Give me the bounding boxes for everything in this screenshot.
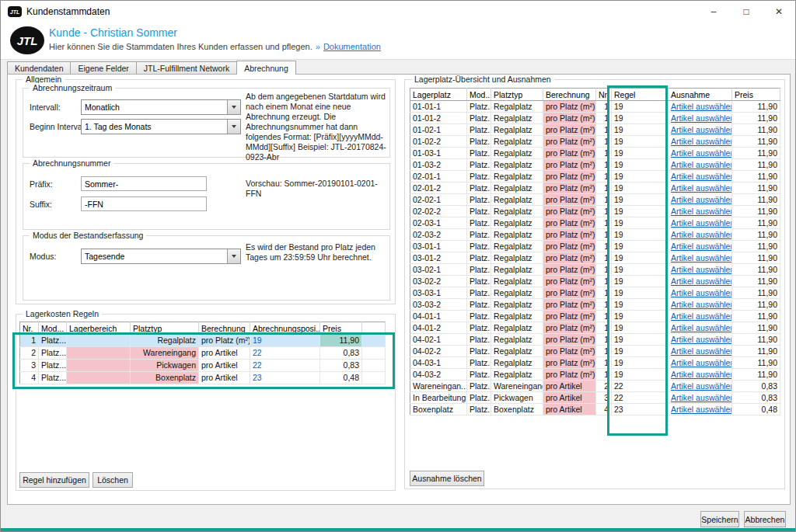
table-row[interactable]: 1Platz...Regalplatzpro Platz (m²)1911,90 — [20, 335, 386, 347]
cell-modus[interactable]: Platz... — [467, 206, 491, 217]
loeschen-button[interactable]: Löschen — [93, 472, 133, 488]
cell-lagerplatz[interactable]: 04-03-1 — [410, 357, 467, 369]
cell-berechnung[interactable]: pro Platz (m²) — [199, 335, 250, 347]
column-header-platztyp[interactable]: Platztyp — [131, 322, 199, 335]
cell-nr[interactable]: 1 — [596, 171, 612, 183]
column-header-abrechnungsposi[interactable]: Abrechnungsposi... — [250, 322, 320, 335]
column-header-mod[interactable]: Mod... — [467, 89, 491, 101]
table-row[interactable]: 01-03-2Platz...Regalplatzpro Platz (m²)1… — [410, 159, 780, 171]
column-header-berechnung[interactable]: Berechnung — [543, 89, 596, 101]
cell-preis[interactable]: 11,90 — [732, 136, 780, 148]
cell-berechnung[interactable]: pro Platz (m²) — [543, 334, 596, 346]
cell-nr[interactable]: 1 — [596, 206, 612, 217]
cell-regel[interactable]: 19 — [612, 241, 669, 252]
cell-preis[interactable]: 11,90 — [732, 124, 780, 136]
artikel-auswaehlen-link[interactable]: Artikel auswählen — [669, 159, 732, 171]
cell-lagerplatz[interactable]: 04-01-1 — [410, 311, 467, 322]
cell-preis[interactable]: 11,90 — [732, 322, 780, 334]
cell-nr[interactable]: 4 — [20, 372, 39, 384]
cell-platztyp[interactable]: Regalplatz — [491, 206, 543, 217]
cell-platztyp[interactable]: Regalplatz — [491, 346, 543, 357]
cell-preis[interactable]: 0,83 — [732, 392, 780, 404]
artikel-auswaehlen-link[interactable]: Artikel auswählen — [669, 194, 732, 206]
artikel-auswaehlen-link[interactable]: Artikel auswählen — [669, 217, 732, 229]
cell-berechnung[interactable]: pro Platz (m²) — [543, 194, 596, 206]
cell-preis[interactable]: 11,90 — [320, 335, 362, 347]
cell-berechnung[interactable]: pro Platz (m²) — [543, 183, 596, 194]
cell-berechnung[interactable]: pro Platz (m²) — [543, 264, 596, 276]
cell-platztyp[interactable]: Wareneingang — [491, 381, 543, 392]
tab-kundendaten[interactable]: Kundendaten — [7, 61, 71, 74]
cell-modus[interactable]: Platz... — [467, 101, 491, 113]
cell-berechnung[interactable]: pro Platz (m²) — [543, 357, 596, 369]
table-row[interactable]: 01-01-2Platz...Regalplatzpro Platz (m²)1… — [410, 113, 780, 124]
cell-nr[interactable]: 1 — [20, 335, 39, 347]
cell-platztyp[interactable]: Regalplatz — [491, 101, 543, 113]
cell-abrechnungsposition[interactable]: 22 — [250, 347, 320, 360]
cell-platztyp[interactable]: Regalplatz — [491, 148, 543, 159]
cell-platztyp[interactable]: Regalplatz — [491, 183, 543, 194]
cell-lagerplatz[interactable]: 03-02-1 — [410, 264, 467, 276]
cell-preis[interactable]: 0,83 — [732, 381, 780, 392]
cell-nr[interactable]: 3 — [20, 360, 39, 372]
cell-platztyp[interactable]: Regalplatz — [491, 229, 543, 241]
maximize-button[interactable]: □ — [730, 1, 763, 23]
cell-modus[interactable]: Platz... — [39, 335, 67, 347]
cell-modus[interactable]: Platz... — [467, 252, 491, 264]
table-row[interactable]: 04-03-1Platz...Regalplatzpro Platz (m²)1… — [410, 357, 780, 369]
table-row[interactable]: 02-02-1Platz...Regalplatzpro Platz (m²)1… — [410, 194, 780, 206]
cell-regel[interactable]: 19 — [612, 357, 669, 369]
column-header-mod[interactable]: Mod... — [39, 322, 67, 335]
artikel-auswaehlen-link[interactable]: Artikel auswählen — [669, 334, 732, 346]
artikel-auswaehlen-link[interactable]: Artikel auswählen — [669, 392, 732, 404]
artikel-auswaehlen-link[interactable]: Artikel auswählen — [669, 124, 732, 136]
cell-regel[interactable]: 19 — [612, 101, 669, 113]
cell-modus[interactable]: Platz... — [467, 357, 491, 369]
cell-lagerplatz[interactable]: 04-02-1 — [410, 334, 467, 346]
table-row[interactable]: 03-03-1Platz...Regalplatzpro Platz (m²)1… — [410, 287, 780, 299]
regel-hinzufuegen-button[interactable]: Regel hinzufügen — [19, 472, 89, 488]
cell-berechnung[interactable]: pro Platz (m²) — [543, 276, 596, 287]
cell-nr[interactable]: 1 — [596, 346, 612, 357]
cell-platztyp[interactable]: Regalplatz — [491, 322, 543, 334]
cell-berechnung[interactable]: pro Platz (m²) — [543, 346, 596, 357]
cell-berechnung[interactable]: pro Platz (m²) — [543, 217, 596, 229]
cell-regel[interactable]: 23 — [612, 404, 669, 416]
cell-preis[interactable]: 11,90 — [732, 334, 780, 346]
cell-regel[interactable]: 19 — [612, 159, 669, 171]
cell-platztyp[interactable]: Pickwagen — [131, 360, 199, 372]
cell-nr[interactable]: 1 — [596, 299, 612, 311]
cell-modus[interactable]: Platz... — [467, 194, 491, 206]
column-header-ausnahme[interactable]: Ausnahme — [669, 89, 732, 101]
cell-lagerplatz[interactable]: 01-02-1 — [410, 124, 467, 136]
cell-lagerplatz[interactable]: 01-03-1 — [410, 148, 467, 159]
cell-berechnung[interactable]: pro Artikel — [543, 381, 596, 392]
cell-platztyp[interactable]: Regalplatz — [491, 217, 543, 229]
cell-preis[interactable]: 11,90 — [732, 252, 780, 264]
cell-preis[interactable]: 11,90 — [732, 229, 780, 241]
cell-modus[interactable]: Platz... — [467, 241, 491, 252]
cell-berechnung[interactable]: pro Platz (m²) — [543, 136, 596, 148]
table-row[interactable]: BoxenplatzPlatz...Boxenplatzpro Artikel4… — [410, 404, 780, 416]
cell-nr[interactable]: 1 — [596, 194, 612, 206]
cell-modus[interactable]: Platz... — [467, 369, 491, 381]
table-row[interactable]: 02-01-2Platz...Regalplatzpro Platz (m²)1… — [410, 183, 780, 194]
beginn-interval-select[interactable]: 1. Tag des Monats — [81, 119, 241, 134]
cell-regel[interactable]: 19 — [612, 369, 669, 381]
cell-preis[interactable]: 0,48 — [732, 404, 780, 416]
cell-regel[interactable]: 19 — [612, 171, 669, 183]
cell-regel[interactable]: 19 — [612, 229, 669, 241]
table-row[interactable]: 03-02-1Platz...Regalplatzpro Platz (m²)1… — [410, 264, 780, 276]
cell-lagerbereich[interactable] — [67, 360, 131, 372]
cell-berechnung[interactable]: pro Platz (m²) — [543, 159, 596, 171]
cell-platztyp[interactable]: Regalplatz — [491, 334, 543, 346]
cell-nr[interactable]: 1 — [596, 229, 612, 241]
cell-preis[interactable]: 11,90 — [732, 101, 780, 113]
cell-nr[interactable]: 2 — [596, 381, 612, 392]
artikel-auswaehlen-link[interactable]: Artikel auswählen — [669, 252, 732, 264]
cell-regel[interactable]: 19 — [612, 264, 669, 276]
cell-nr[interactable]: 1 — [596, 124, 612, 136]
cell-preis[interactable]: 11,90 — [732, 264, 780, 276]
cell-modus[interactable]: Platz... — [467, 299, 491, 311]
column-header-lagerbereich[interactable]: Lagerbereich — [67, 322, 131, 335]
